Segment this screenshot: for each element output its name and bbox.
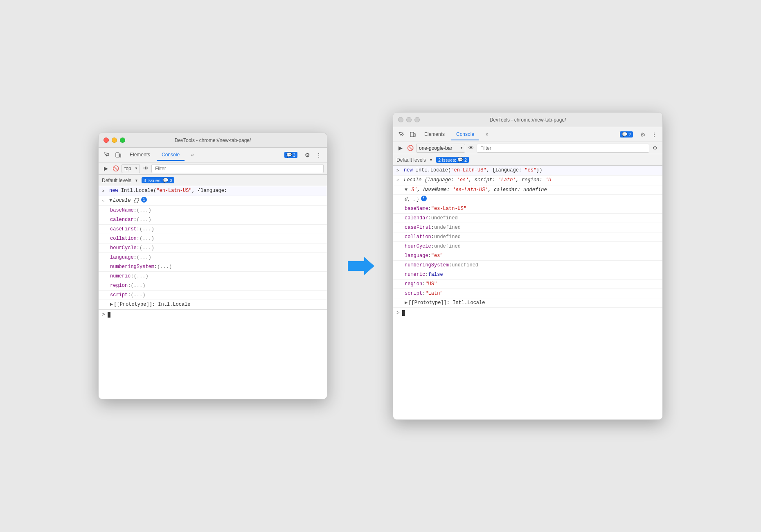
right-titlebar: DevTools - chrome://new-tab-page/ [393,113,662,127]
prompt-arrow-left: > [102,311,105,318]
tab-more-right[interactable]: » [481,129,493,140]
prop-prototype-left: ▶ [[Prototype]]: Intl.Locale [99,300,327,309]
input-arrow-right: > [396,167,401,174]
scene: DevTools - chrome://new-tab-page/ Elemen… [98,112,663,420]
context-select-wrapper-right: one-google-bar [416,144,465,153]
traffic-lights-right [398,117,420,122]
issues-count-badge-right[interactable]: 2 Issues: 💬 2 [436,157,469,163]
left-console-content: > new Intl.Locale("en-Latn-US", {languag… [99,186,327,399]
right-console-content: > new Intl.Locale("en-Latn-US", {languag… [393,166,662,419]
prop-basename-right: baseName: "es-Latn-US" [393,204,662,214]
maximize-button-right[interactable] [414,117,420,122]
more-icon-right[interactable]: ⋮ [649,130,659,140]
prop-region-left: region: (...) [99,281,327,291]
info-icon-right[interactable]: i [421,196,427,201]
left-titlebar: DevTools - chrome://new-tab-page/ [99,133,327,148]
tab-console-right[interactable]: Console [451,129,479,140]
settings-filter-icon-right[interactable]: ⚙ [651,144,659,152]
device-icon-right[interactable] [408,130,418,140]
info-icon-left[interactable]: i [141,197,147,203]
eye-icon-left[interactable]: 👁 [142,165,150,173]
tab-elements-left[interactable]: Elements [125,149,155,161]
default-levels-right[interactable]: Default levels [396,157,426,163]
settings-icon-right[interactable]: ⚙ [638,130,648,140]
expand-locale-left[interactable]: ▼ [109,197,112,204]
left-console-toolbar: ▶ 🚫 top 👁 [99,162,327,175]
left-issues-bar: Default levels ▼ 3 Issues: 💬 3 [99,175,327,186]
prop-numberingsystem-left: numberingSystem: (...) [99,262,327,272]
prop-hourcycle-left: hourCycle: (...) [99,243,327,253]
eye-icon-right[interactable]: 👁 [467,144,475,152]
prop-numeric-left: numeric: (...) [99,272,327,281]
prop-script-right: script: "Latn" [393,289,662,298]
console-input-line-right: > new Intl.Locale("en-Latn-US", {languag… [393,166,662,176]
prompt-cursor-right [402,310,405,316]
context-select-right[interactable]: one-google-bar [416,144,465,153]
transition-arrow [344,254,376,278]
left-devtools-window: DevTools - chrome://new-tab-page/ Elemen… [98,133,327,399]
svg-rect-0 [116,153,119,157]
prop-casefirst-right: caseFirst: undefined [393,223,662,232]
expand-proto-left[interactable]: ▶ [110,301,113,308]
prop-casefirst-left: caseFirst: (...) [99,225,327,234]
console-locale-header-left: < ▼ Locale {} i [99,196,327,206]
default-levels-left[interactable]: Default levels [102,178,131,183]
expand-locale-right[interactable]: ▼ [405,187,408,193]
tab-more-left[interactable]: » [186,149,199,161]
tab-console-left[interactable]: Console [157,149,185,161]
console-locale-header-right-2: ▼ S', baseName: 'es-Latn-US', calendar: … [393,185,662,195]
issues-count-badge-left[interactable]: 3 Issues: 💬 3 [142,177,174,183]
tab-elements-right[interactable]: Elements [419,129,450,140]
console-prompt-left: > [99,309,327,319]
console-locale-header-right-3: d, …} i [393,195,662,204]
execute-icon-right[interactable]: ▶ [396,144,405,152]
minimize-button-right[interactable] [406,117,412,122]
more-icon-left[interactable]: ⋮ [314,150,324,160]
issues-badge-btn-left[interactable]: 💬 3 [281,151,301,159]
context-select-left[interactable]: top [122,164,140,173]
inspect-icon[interactable] [102,150,112,160]
right-devtools-window: DevTools - chrome://new-tab-page/ Elemen… [393,112,663,420]
console-prompt-right: > [393,308,662,318]
execute-icon-left[interactable]: ▶ [102,165,110,173]
prompt-arrow-right: > [396,310,400,316]
svg-rect-4 [414,133,415,137]
prop-region-right: region: "US" [393,280,662,289]
block-icon-right[interactable]: 🚫 [406,144,414,152]
traffic-lights-left [104,138,125,143]
prompt-cursor-left [108,312,110,318]
filter-input-right[interactable] [479,144,647,152]
right-main-toolbar: Elements Console » 💬 2 ⚙ ⋮ [393,127,662,142]
levels-caret-right[interactable]: ▼ [429,158,433,162]
block-icon-left[interactable]: 🚫 [112,165,120,173]
console-input-line-left: > new Intl.Locale("en-Latn-US", {languag… [99,186,327,196]
issues-badge-btn-right[interactable]: 💬 2 [617,130,636,139]
maximize-button-left[interactable] [120,138,125,143]
left-main-toolbar: Elements Console » 💬 3 ⚙ ⋮ [99,148,327,162]
prop-language-left: language: (...) [99,253,327,262]
right-window-title: DevTools - chrome://new-tab-page/ [490,117,566,123]
prop-language-right: language: "es" [393,251,662,261]
issues-label-left: 3 Issues: [144,178,162,183]
close-button-right[interactable] [398,117,403,122]
prop-calendar-left: calendar: (...) [99,215,327,225]
expand-proto-right[interactable]: ▶ [405,299,408,307]
prop-hourcycle-right: hourCycle: undefined [393,242,662,251]
output-arrow-right: < [396,177,401,184]
prop-collation-left: collation: (...) [99,234,327,243]
close-button-left[interactable] [104,138,109,143]
prop-script-left: script: (...) [99,291,327,300]
right-issues-bar: Default levels ▼ 2 Issues: 💬 2 [393,154,662,166]
inspect-icon-right[interactable] [396,130,406,140]
filter-input-left[interactable] [153,165,322,172]
device-icon[interactable] [113,150,123,160]
minimize-button-left[interactable] [112,138,117,143]
settings-icon-left[interactable]: ⚙ [302,150,312,160]
prop-basename-left: baseName: (...) [99,206,327,215]
issues-icon-right: 💬 2 [620,131,633,138]
left-window-title: DevTools - chrome://new-tab-page/ [175,138,251,143]
svg-marker-2 [348,257,374,275]
context-select-wrapper-left: top [122,164,140,173]
right-console-toolbar: ▶ 🚫 one-google-bar 👁 ⚙ [393,142,662,154]
levels-caret-left[interactable]: ▼ [135,178,138,183]
